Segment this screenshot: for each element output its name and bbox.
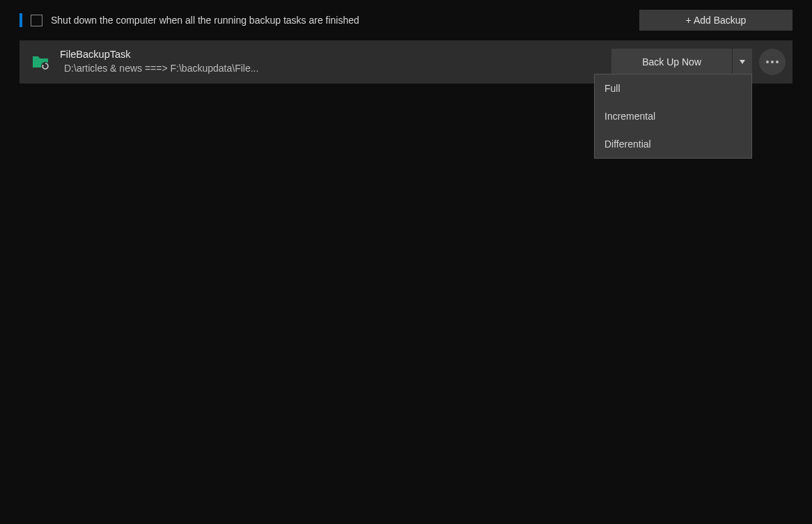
task-title: FileBackupTask: [60, 48, 611, 61]
add-backup-button[interactable]: + Add Backup: [639, 10, 793, 31]
more-options-button[interactable]: [759, 49, 786, 75]
shutdown-label: Shut down the computer when all the runn…: [51, 15, 359, 26]
backup-type-dropdown: Full Incremental Differential: [594, 74, 752, 159]
backup-dropdown-toggle[interactable]: [733, 49, 752, 75]
task-info: FileBackupTask D:\articles & news ===> F…: [60, 48, 611, 75]
caret-down-icon: [740, 60, 745, 64]
dropdown-item-full[interactable]: Full: [595, 74, 751, 102]
folder-sync-icon: [31, 52, 50, 72]
dropdown-item-differential[interactable]: Differential: [595, 130, 751, 158]
accent-bar: [19, 13, 22, 27]
add-backup-label: + Add Backup: [686, 15, 747, 26]
top-bar: Shut down the computer when all the runn…: [0, 0, 812, 40]
dropdown-item-incremental[interactable]: Incremental: [595, 102, 751, 130]
dots-icon: [766, 61, 769, 63]
task-actions: Back Up Now: [611, 49, 786, 75]
shutdown-checkbox[interactable]: [31, 15, 42, 26]
backup-now-button[interactable]: Back Up Now: [611, 49, 733, 75]
backup-task-row[interactable]: FileBackupTask D:\articles & news ===> F…: [19, 40, 793, 84]
task-path: D:\articles & news ===> F:\backupdata\Fi…: [60, 61, 611, 75]
backup-now-label: Back Up Now: [642, 56, 701, 68]
shutdown-option-group: Shut down the computer when all the runn…: [19, 13, 359, 27]
backup-now-split-button: Back Up Now: [611, 49, 752, 75]
